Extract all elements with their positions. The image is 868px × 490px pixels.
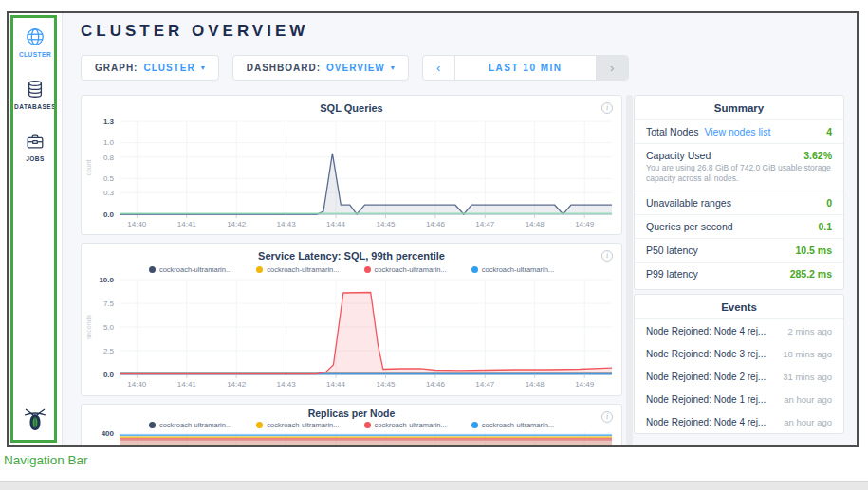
summary-row-queries-per-second: Queries per second 0.1 xyxy=(635,215,843,239)
svg-text:14:46: 14:46 xyxy=(426,380,446,389)
svg-text:0.8: 0.8 xyxy=(103,154,115,162)
svg-text:5.0: 5.0 xyxy=(103,323,115,332)
events-title: Events xyxy=(635,295,843,319)
legend-dot xyxy=(471,422,478,428)
chart-card-replicas-per-node: Replicas per Node i cockroach-ultramarin… xyxy=(81,404,622,447)
annotation-caption: Navigation Bar xyxy=(4,453,88,467)
summary-value: 10.5 ms xyxy=(795,245,832,256)
svg-text:0.3: 0.3 xyxy=(103,189,115,197)
summary-row-p99-latency: P99 latency 285.2 ms xyxy=(635,263,843,285)
dashboard-dropdown[interactable]: DASHBOARD: OVERVIEW ▾ xyxy=(232,55,409,81)
svg-text:seconds: seconds xyxy=(85,314,92,339)
summary-value: 3.62% xyxy=(803,150,832,161)
event-row[interactable]: Node Rejoined: Node 1 rej... an hour ago xyxy=(635,388,843,410)
sidebar-item-databases[interactable]: DATABASES xyxy=(14,79,56,110)
event-row[interactable]: Node Rejoined: Node 2 rej... 31 mins ago xyxy=(635,365,843,388)
globe-icon xyxy=(25,27,46,47)
view-nodes-list-link[interactable]: View nodes list xyxy=(704,126,770,137)
database-icon xyxy=(25,79,46,100)
legend-dot xyxy=(364,266,371,273)
svg-text:0.0: 0.0 xyxy=(103,210,115,219)
toolbar: GRAPH: CLUSTER ▾ DASHBOARD: OVERVIEW ▾ ‹… xyxy=(81,55,629,81)
right-sidebar: Summary Total Nodes View nodes list 4 Ca… xyxy=(634,95,844,434)
summary-value: 4 xyxy=(826,126,832,137)
svg-text:14:47: 14:47 xyxy=(475,220,495,228)
chart-title: Replicas per Node xyxy=(82,405,621,419)
sidebar-item-label: CLUSTER xyxy=(19,51,51,58)
info-icon[interactable]: i xyxy=(601,411,613,423)
legend-dot xyxy=(149,266,156,273)
app-window: CLUSTER DATABASES JOB xyxy=(7,11,859,447)
page-title: CLUSTER OVERVIEW xyxy=(81,22,308,41)
replicas-per-node-chart: 14:4014:4114:4214:4314:4414:4514:4614:47… xyxy=(82,429,621,447)
svg-text:400: 400 xyxy=(102,429,115,438)
time-next-button[interactable]: › xyxy=(596,56,628,80)
event-row[interactable]: Node Rejoined: Node 3 rej... 18 mins ago xyxy=(635,342,843,365)
svg-text:0.5: 0.5 xyxy=(103,174,115,183)
graph-dropdown-value: CLUSTER xyxy=(143,63,194,73)
graph-dropdown-label: GRAPH: xyxy=(95,63,138,73)
svg-text:14:43: 14:43 xyxy=(277,380,297,389)
legend-item: cockroach-ultramarin... xyxy=(149,421,231,429)
svg-text:14:49: 14:49 xyxy=(575,220,595,228)
summary-row-capacity-used: Capacity Used 3.62% You are using 26.8 G… xyxy=(635,144,843,191)
chevron-down-icon: ▾ xyxy=(201,64,205,72)
event-row[interactable]: Node Rejoined: Node 4 rej... an hour ago xyxy=(635,410,843,433)
svg-text:14:48: 14:48 xyxy=(526,220,545,228)
sidebar-item-label: DATABASES xyxy=(14,103,56,110)
time-range-label[interactable]: LAST 10 MIN xyxy=(455,56,596,80)
svg-text:14:42: 14:42 xyxy=(227,380,247,389)
svg-text:7.5: 7.5 xyxy=(103,299,115,308)
bottom-strip xyxy=(0,481,868,490)
info-icon[interactable]: i xyxy=(601,250,613,262)
legend-dot xyxy=(471,266,478,273)
sidebar-item-cluster[interactable]: CLUSTER xyxy=(19,27,51,58)
svg-text:14:42: 14:42 xyxy=(227,220,247,228)
summary-row-unavailable-ranges: Unavailable ranges 0 xyxy=(635,191,843,215)
summary-panel: Summary Total Nodes View nodes list 4 Ca… xyxy=(634,95,844,290)
svg-text:14:40: 14:40 xyxy=(127,380,147,389)
summary-title: Summary xyxy=(635,96,843,120)
events-panel: Events Node Rejoined: Node 4 rej... 2 mi… xyxy=(634,294,844,434)
dashboard-dropdown-label: DASHBOARD: xyxy=(247,63,321,73)
legend-dot xyxy=(149,422,156,428)
legend-dot xyxy=(256,422,263,428)
chart-card-sql-queries: SQL Queries i 14:4014:4114:4214:4314:441… xyxy=(81,95,622,235)
legend-item: cockroach-ultramarin... xyxy=(256,421,339,429)
capacity-description: You are using 26.8 GiB of 742.0 GiB usab… xyxy=(646,163,832,185)
cockroach-logo-icon[interactable] xyxy=(22,406,48,434)
svg-text:14:47: 14:47 xyxy=(475,380,495,389)
svg-text:14:43: 14:43 xyxy=(277,220,297,228)
sql-queries-chart: 14:4014:4114:4214:4314:4414:4514:4614:47… xyxy=(82,114,621,231)
chart-card-service-latency: Service Latency: SQL, 99th percentile i … xyxy=(81,243,622,396)
svg-text:14:46: 14:46 xyxy=(426,220,446,228)
briefcase-icon xyxy=(25,131,46,152)
sidebar-item-label: JOBS xyxy=(26,155,45,162)
chart-legend: cockroach-ultramarin... cockroach-ultram… xyxy=(82,419,621,429)
graph-dropdown[interactable]: GRAPH: CLUSTER ▾ xyxy=(81,55,219,81)
chart-title: Service Latency: SQL, 99th percentile xyxy=(82,244,621,262)
svg-text:14:49: 14:49 xyxy=(575,380,595,389)
navigation-bar: CLUSTER DATABASES JOB xyxy=(9,13,63,445)
time-range-selector: ‹ LAST 10 MIN › xyxy=(422,55,629,81)
time-prev-button[interactable]: ‹ xyxy=(423,56,455,80)
legend-item: cockroach-ultramarin... xyxy=(471,265,554,274)
event-row[interactable]: Node Rejoined: Node 4 rej... 2 mins ago xyxy=(635,319,843,342)
svg-text:14:41: 14:41 xyxy=(177,380,197,389)
svg-text:14:48: 14:48 xyxy=(526,380,545,389)
scrollbar[interactable] xyxy=(626,95,633,445)
svg-text:count: count xyxy=(85,159,92,175)
legend-item: cockroach-ultramarin... xyxy=(364,265,447,274)
svg-text:14:40: 14:40 xyxy=(127,220,147,228)
sidebar-item-jobs[interactable]: JOBS xyxy=(25,131,46,162)
summary-row-total-nodes: Total Nodes View nodes list 4 xyxy=(635,120,843,144)
service-latency-chart: 14:4014:4114:4214:4314:4414:4514:4614:47… xyxy=(82,274,621,391)
svg-text:1.0: 1.0 xyxy=(103,138,115,147)
svg-text:14:44: 14:44 xyxy=(326,380,346,389)
legend-item: cockroach-ultramarin... xyxy=(149,265,231,274)
summary-value: 0 xyxy=(826,197,832,209)
summary-row-p50-latency: P50 latency 10.5 ms xyxy=(635,239,843,263)
info-icon[interactable]: i xyxy=(601,102,613,114)
svg-text:1.3: 1.3 xyxy=(103,118,115,126)
chart-title: SQL Queries xyxy=(82,96,621,114)
